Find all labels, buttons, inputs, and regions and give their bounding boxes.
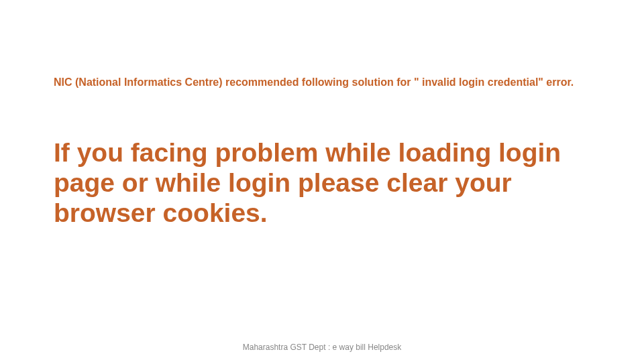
slide-footer: Maharashtra GST Dept : e way bill Helpde… (0, 343, 644, 352)
slide-container: NIC (National Informatics Centre) recomm… (0, 0, 644, 362)
slide-main-heading: If you facing problem while loading logi… (54, 138, 604, 229)
slide-subtitle: NIC (National Informatics Centre) recomm… (54, 76, 590, 90)
